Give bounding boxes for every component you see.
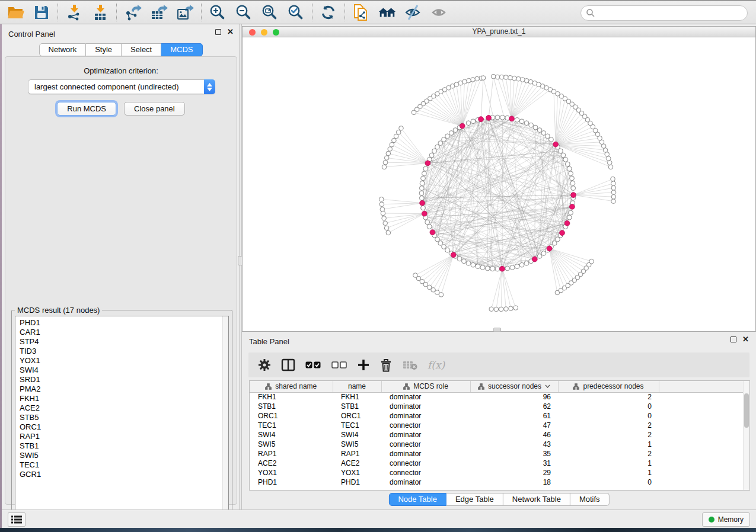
cell-successor-nodes[interactable]: 43	[470, 440, 558, 449]
network-node[interactable]	[569, 171, 573, 176]
cell-MCDS-role[interactable]: dominator	[381, 411, 470, 421]
cell-successor-nodes[interactable]: 18	[470, 477, 558, 487]
mcds-hub-node[interactable]	[509, 116, 515, 121]
cell-MCDS-role[interactable]: dominator	[381, 430, 470, 440]
network-node[interactable]	[476, 264, 480, 269]
network-node[interactable]	[563, 158, 568, 162]
mcds-hub-node[interactable]	[460, 123, 465, 129]
cell-predecessor-nodes[interactable]: 2	[558, 430, 659, 440]
network-node[interactable]	[457, 257, 462, 261]
mcds-result-item[interactable]: YOX1	[15, 356, 228, 366]
network-node[interactable]	[419, 191, 424, 196]
mcds-result-item[interactable]: STB5	[15, 413, 228, 422]
column-header-name[interactable]: name	[333, 381, 381, 392]
network-node[interactable]	[519, 119, 524, 124]
network-node[interactable]	[513, 306, 518, 310]
network-node[interactable]	[381, 211, 385, 216]
tab-mcds[interactable]: MCDS	[161, 43, 202, 56]
network-node[interactable]	[383, 221, 388, 226]
network-node[interactable]	[519, 262, 524, 267]
network-node[interactable]	[422, 171, 427, 176]
table-scrollbar[interactable]	[743, 381, 749, 490]
cell-name[interactable]: FKH1	[333, 392, 381, 402]
network-node[interactable]	[435, 145, 440, 149]
refresh-layout-icon[interactable]	[319, 3, 338, 22]
table-row[interactable]: TEC1TEC1connector472	[250, 421, 744, 430]
network-node[interactable]	[505, 266, 510, 271]
export-table-icon[interactable]	[149, 3, 168, 22]
table-scrollbar-thumb[interactable]	[744, 393, 749, 428]
cell-MCDS-role[interactable]: connector	[381, 440, 470, 449]
tab-style[interactable]: Style	[86, 43, 122, 56]
network-node[interactable]	[509, 306, 513, 311]
cell-predecessor-nodes[interactable]: 0	[558, 411, 659, 421]
cell-name[interactable]: TEC1	[333, 421, 381, 430]
network-node[interactable]	[546, 134, 550, 139]
cell-MCDS-role[interactable]: dominator	[381, 449, 470, 459]
search-input[interactable]	[595, 7, 747, 19]
network-node[interactable]	[466, 261, 471, 265]
cell-predecessor-nodes[interactable]: 1	[558, 440, 659, 449]
network-node[interactable]	[386, 151, 391, 156]
cell-predecessor-nodes[interactable]: 2	[558, 392, 659, 402]
zoom-in-icon[interactable]	[208, 3, 227, 22]
network-node[interactable]	[611, 190, 616, 195]
network-node[interactable]	[567, 166, 572, 171]
network-node[interactable]	[420, 181, 425, 185]
mcds-hub-node[interactable]	[486, 116, 492, 121]
network-node[interactable]	[419, 186, 424, 191]
float-table-panel-icon[interactable]	[731, 336, 736, 342]
cell-successor-nodes[interactable]: 96	[470, 392, 558, 402]
mcds-hub-node[interactable]	[560, 230, 565, 236]
network-node[interactable]	[495, 267, 500, 271]
table-row[interactable]: ORC1ORC1dominator610	[250, 411, 744, 421]
table-row[interactable]: SWI5SWI5connector431	[250, 440, 744, 449]
column-settings-icon[interactable]	[258, 357, 271, 373]
zoom-window-light[interactable]	[273, 29, 279, 36]
cell-name[interactable]: ORC1	[333, 411, 381, 421]
mcds-result-item[interactable]: ACE2	[15, 403, 228, 413]
close-table-panel-icon[interactable]: ✕	[742, 336, 749, 342]
column-header-MCDS-role[interactable]: MCDS role	[381, 381, 470, 392]
network-node[interactable]	[382, 216, 387, 221]
network-node[interactable]	[383, 160, 388, 165]
mcds-result-item[interactable]: PHD1	[15, 318, 228, 328]
horizontal-splitter-handle[interactable]	[493, 328, 501, 332]
network-node[interactable]	[466, 121, 471, 126]
mcds-hub-node[interactable]	[420, 200, 425, 206]
mcds-result-item[interactable]: STB1	[15, 441, 228, 451]
cell-predecessor-nodes[interactable]: 2	[558, 421, 659, 430]
mcds-result-item[interactable]: PMA2	[15, 384, 228, 394]
network-node[interactable]	[589, 259, 594, 264]
network-node[interactable]	[551, 89, 556, 94]
network-node[interactable]	[425, 220, 430, 225]
network-node[interactable]	[388, 147, 393, 152]
network-node[interactable]	[524, 121, 529, 126]
network-node[interactable]	[421, 206, 426, 210]
network-node[interactable]	[559, 149, 563, 153]
network-node[interactable]	[607, 161, 612, 165]
table-row[interactable]: STB1STB1dominator620	[250, 402, 744, 411]
mcds-result-item[interactable]: SRD1	[15, 375, 228, 384]
export-network-icon[interactable]	[123, 3, 142, 22]
network-node[interactable]	[537, 128, 542, 133]
select-all-icon[interactable]	[305, 357, 321, 373]
cell-shared-name[interactable]: TEC1	[250, 421, 333, 430]
network-node[interactable]	[481, 76, 486, 81]
mcds-hub-node[interactable]	[500, 266, 505, 271]
network-node[interactable]	[611, 177, 615, 181]
network-node[interactable]	[515, 264, 519, 269]
mcds-result-item[interactable]: TEC1	[15, 460, 228, 470]
network-node[interactable]	[471, 78, 476, 82]
cell-shared-name[interactable]: RAP1	[250, 449, 333, 459]
cell-predecessor-nodes[interactable]: 2	[558, 449, 659, 459]
cell-shared-name[interactable]: SWI4	[250, 430, 333, 440]
cell-predecessor-nodes[interactable]: 1	[558, 468, 659, 477]
network-node[interactable]	[570, 181, 575, 185]
cell-name[interactable]: RAP1	[333, 449, 381, 459]
network-node[interactable]	[396, 130, 401, 134]
network-node[interactable]	[552, 241, 557, 246]
mcds-result-item[interactable]: RAP1	[15, 432, 228, 441]
cell-successor-nodes[interactable]: 29	[470, 468, 558, 477]
network-node[interactable]	[524, 261, 529, 265]
